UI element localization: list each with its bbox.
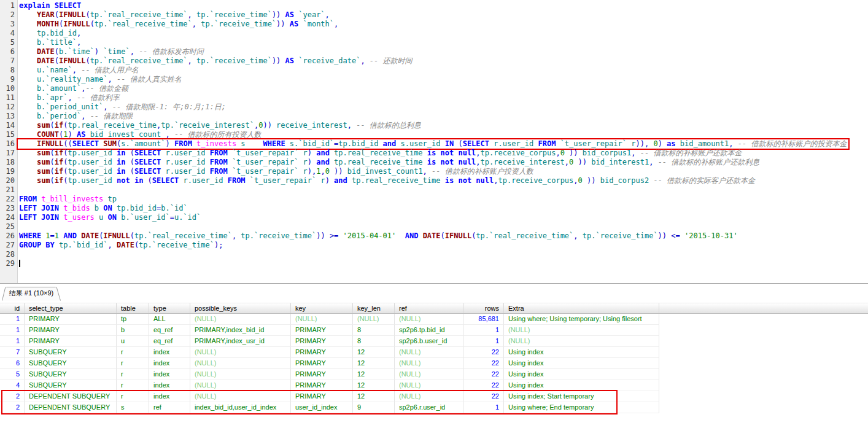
cell-key_len[interactable]: 12 xyxy=(353,358,395,369)
code-line[interactable]: 5 b.`title`, xyxy=(0,38,868,47)
cell-id[interactable]: 1 xyxy=(0,325,25,336)
column-header-ref[interactable]: ref xyxy=(395,303,463,313)
cell-key[interactable]: PRIMARY xyxy=(291,358,353,369)
cell-rows[interactable]: 1 xyxy=(463,402,504,413)
cell-key_len[interactable]: 8 xyxy=(353,336,395,347)
results-tab[interactable]: 结果 #1 (10×9) xyxy=(2,286,61,301)
cell-ref[interactable]: (NULL) xyxy=(395,391,463,402)
cell-possible_keys[interactable]: PRIMARY,index_usr_id xyxy=(190,336,291,347)
cell-key[interactable]: PRIMARY xyxy=(291,336,353,347)
cell-key[interactable]: PRIMARY xyxy=(291,325,353,336)
column-header-rows[interactable]: rows xyxy=(463,303,504,313)
code-line[interactable]: 23LEFT JOIN t_bids b ON tp.bid_id=b.`id` xyxy=(0,204,868,213)
cell-table[interactable]: s xyxy=(117,402,149,413)
cell-table[interactable]: r xyxy=(117,380,149,391)
cell-table[interactable]: r xyxy=(117,369,149,380)
result-row[interactable]: 2DEPENDENT SUBQUERYrindex(NULL)PRIMARY12… xyxy=(0,391,659,402)
cell-select_type[interactable]: SUBQUERY xyxy=(25,369,117,380)
cell-key[interactable]: PRIMARY xyxy=(291,380,353,391)
cell-id[interactable]: 7 xyxy=(0,347,25,358)
code-line[interactable]: 24LEFT JOIN t_users u ON b.`user_id`=u.`… xyxy=(0,213,868,222)
code-line[interactable]: 28 xyxy=(0,250,868,259)
cell-key_len[interactable]: (NULL) xyxy=(353,314,395,325)
result-row[interactable]: 2DEPENDENT SUBQUERYsrefindex_bid_id,user… xyxy=(0,402,659,413)
code-line[interactable]: 21 xyxy=(0,185,868,195)
cell-Extra[interactable]: Using index; Start temporary xyxy=(504,391,659,402)
cell-possible_keys[interactable]: (NULL) xyxy=(190,347,291,358)
cell-table[interactable]: r xyxy=(117,358,149,369)
cell-table[interactable]: b xyxy=(117,325,149,336)
cell-rows[interactable]: 22 xyxy=(463,380,504,391)
column-header-id[interactable]: id xyxy=(0,303,25,313)
cell-select_type[interactable]: PRIMARY xyxy=(25,325,117,336)
cell-key[interactable]: PRIMARY xyxy=(291,369,353,380)
cell-ref[interactable]: (NULL) xyxy=(395,358,463,369)
cell-id[interactable]: 2 xyxy=(0,402,25,413)
code-line[interactable]: 13 b.`period`, -- 借款期限 xyxy=(0,112,868,121)
result-row[interactable]: 5SUBQUERYrindex(NULL)PRIMARY12(NULL)22Us… xyxy=(0,369,659,380)
cell-type[interactable]: eq_ref xyxy=(149,336,190,347)
cell-key_len[interactable]: 12 xyxy=(353,369,395,380)
code-line[interactable]: 6 DATE(b.`time`) `time`, -- 借款标发布时间 xyxy=(0,47,868,56)
cell-Extra[interactable]: Using index xyxy=(504,347,659,358)
cell-rows[interactable]: 22 xyxy=(463,369,504,380)
code-line[interactable]: 1explain SELECT xyxy=(0,1,868,10)
cell-ref[interactable]: (NULL) xyxy=(395,369,463,380)
column-header-key[interactable]: key xyxy=(291,303,353,313)
result-row[interactable]: 7SUBQUERYrindex(NULL)PRIMARY12(NULL)22Us… xyxy=(0,347,659,358)
code-line[interactable]: 4 tp.bid_id, xyxy=(0,29,868,38)
code-line[interactable]: 12 b.`period_unit`, -- 借款期限-1: 年;0:月;1:日… xyxy=(0,103,868,112)
cell-rows[interactable]: 22 xyxy=(463,347,504,358)
cell-type[interactable]: index xyxy=(149,391,190,402)
cell-ref[interactable]: (NULL) xyxy=(395,380,463,391)
code-line[interactable]: 11 b.`apr`, -- 借款利率 xyxy=(0,93,868,103)
code-line[interactable]: 8 u.`name`, -- 借款人用户名 xyxy=(0,66,868,75)
cell-type[interactable]: ref xyxy=(149,402,190,413)
cell-ref[interactable]: sp2p6.tp.bid_id xyxy=(395,325,463,336)
code-line[interactable]: 9 u.`reality_name`, -- 借款人真实姓名 xyxy=(0,75,868,84)
code-line[interactable]: 18 sum(if(tp.user_id in (SELECT r.user_i… xyxy=(0,158,868,167)
cell-select_type[interactable]: DEPENDENT SUBQUERY xyxy=(25,391,117,402)
cell-possible_keys[interactable]: PRIMARY,index_bid_id xyxy=(190,325,291,336)
cell-id[interactable]: 4 xyxy=(0,380,25,391)
cell-select_type[interactable]: DEPENDENT SUBQUERY xyxy=(25,402,117,413)
result-row[interactable]: 1PRIMARYueq_refPRIMARY,index_usr_idPRIMA… xyxy=(0,336,659,347)
cell-rows[interactable]: 22 xyxy=(463,358,504,369)
cell-key[interactable]: (NULL) xyxy=(291,314,353,325)
cell-key_len[interactable]: 12 xyxy=(353,391,395,402)
cell-rows[interactable]: 22 xyxy=(463,391,504,402)
cell-ref[interactable]: (NULL) xyxy=(395,347,463,358)
cell-type[interactable]: index xyxy=(149,347,190,358)
cell-id[interactable]: 6 xyxy=(0,358,25,369)
cell-table[interactable]: u xyxy=(117,336,149,347)
cell-select_type[interactable]: SUBQUERY xyxy=(25,380,117,391)
result-row[interactable]: 4SUBQUERYrindex(NULL)PRIMARY12(NULL)22Us… xyxy=(0,380,659,391)
result-row[interactable]: 6SUBQUERYrindex(NULL)PRIMARY12(NULL)22Us… xyxy=(0,358,659,369)
cell-id[interactable]: 1 xyxy=(0,314,25,325)
cell-Extra[interactable]: (NULL) xyxy=(504,325,659,336)
cell-table[interactable]: r xyxy=(117,347,149,358)
cell-key_len[interactable]: 12 xyxy=(353,347,395,358)
code-line[interactable]: 14 sum(if(tp.real_receive_time,tp.`recei… xyxy=(0,121,868,130)
cell-rows[interactable]: 1 xyxy=(463,325,504,336)
cell-id[interactable]: 2 xyxy=(0,391,25,402)
code-line[interactable]: 2 YEAR(IFNULL(tp.`real_receive_time`, tp… xyxy=(0,10,868,20)
cell-type[interactable]: ALL xyxy=(149,314,190,325)
cell-select_type[interactable]: SUBQUERY xyxy=(25,358,117,369)
code-line[interactable]: 3 MONTH(IFNULL(tp.`real_receive_time`, t… xyxy=(0,20,868,29)
column-header-type[interactable]: type xyxy=(149,303,190,313)
cell-possible_keys[interactable]: index_bid_id,user_id_index xyxy=(190,402,291,413)
code-line[interactable]: 10 b.`amount`,-- 借款金额 xyxy=(0,84,868,93)
column-header-Extra[interactable]: Extra xyxy=(504,303,659,313)
sql-code-area[interactable]: 1explain SELECT2 YEAR(IFNULL(tp.`real_re… xyxy=(0,1,868,268)
cell-ref[interactable]: (NULL) xyxy=(395,314,463,325)
cell-type[interactable]: index xyxy=(149,369,190,380)
cell-possible_keys[interactable]: (NULL) xyxy=(190,380,291,391)
code-line[interactable]: 17 sum(if(tp.user_id in (SELECT r.user_i… xyxy=(0,149,868,158)
column-header-select_type[interactable]: select_type xyxy=(25,303,117,313)
cell-possible_keys[interactable]: (NULL) xyxy=(190,391,291,402)
cell-select_type[interactable]: SUBQUERY xyxy=(25,347,117,358)
cell-key_len[interactable]: 9 xyxy=(353,402,395,413)
cell-type[interactable]: index xyxy=(149,380,190,391)
cell-rows[interactable]: 85,681 xyxy=(463,314,504,325)
